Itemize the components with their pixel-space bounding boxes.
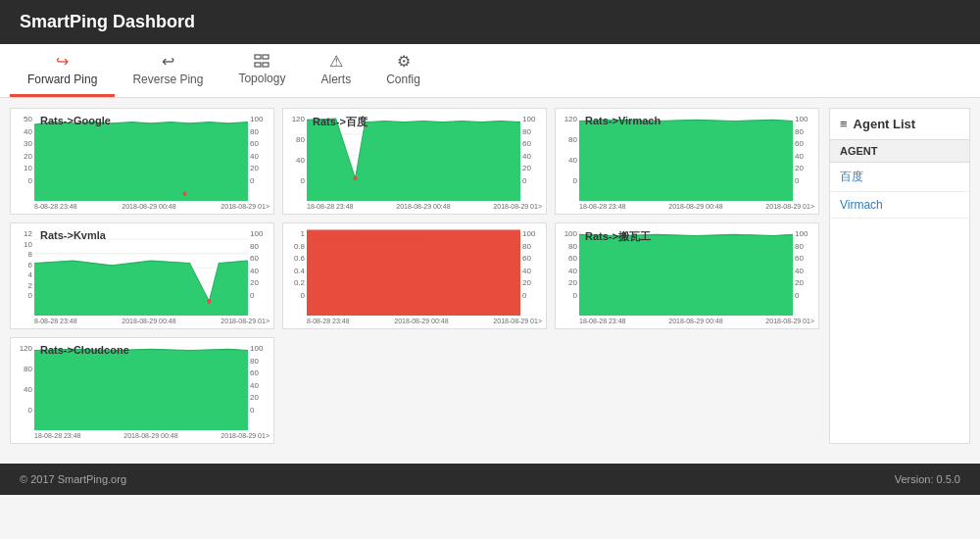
svg-marker-9 xyxy=(34,122,248,201)
svg-rect-0 xyxy=(255,55,261,59)
tab-label-config: Config xyxy=(386,73,420,86)
svg-rect-1 xyxy=(263,55,269,59)
sidebar-col-header: AGENT xyxy=(830,140,969,163)
chart-bwg-title: Rats->搬瓦工 xyxy=(585,229,651,244)
chart-google-yaxis-right: 100806040200 xyxy=(248,113,270,201)
chart-bwg-yaxis-right: 100806040200 xyxy=(793,227,814,316)
chart-spartanhost-yaxis-right: 100806040200 xyxy=(520,227,542,316)
main-content: Rats->Google 50403020100 xyxy=(0,98,980,454)
svg-marker-19 xyxy=(579,120,793,201)
chart-baidu-title: Rats->百度 xyxy=(313,115,368,129)
alerts-icon: ⚠ xyxy=(329,52,343,71)
sidebar-link-virmach[interactable]: Virmach xyxy=(840,198,883,212)
chart-kvmla: Rats->Kvmla 121086420 xyxy=(10,222,274,329)
app-header: SmartPing Dashbord xyxy=(0,0,980,44)
svg-marker-14 xyxy=(307,119,520,201)
sidebar-header: ≡ Agent List xyxy=(830,109,969,140)
forward-ping-icon: ↪ xyxy=(56,52,69,71)
chart-cloudcone-yaxis-right: 100806040200 xyxy=(248,342,270,430)
chart-cloudcone: Rats->Cloudcone 12080400 100806040200 xyxy=(10,337,274,444)
chart-virmach: Rats->Virmach 12080400 100806040200 xyxy=(555,108,819,215)
chart-bwg-yaxis-left: 100806040200 xyxy=(560,227,579,316)
nav-tabs: ↪ Forward Ping ↩ Reverse Ping Topology ⚠… xyxy=(0,44,980,98)
sidebar-item-baidu[interactable]: 百度 xyxy=(830,163,969,192)
sidebar-link-baidu[interactable]: 百度 xyxy=(840,170,863,183)
tab-config[interactable]: ⚙ Config xyxy=(368,44,438,97)
chart-cloudcone-yaxis-left: 12080400 xyxy=(15,342,34,430)
footer: © 2017 SmartPing.org Version: 0.5.0 xyxy=(0,464,980,495)
chart-spartanhost-title: Rats->Spartanhost xyxy=(313,229,426,244)
chart-baidu-xaxis: 18-08-28 23:482018-08-29 00:482018-08-29… xyxy=(287,201,542,210)
charts-grid: Rats->Google 50403020100 xyxy=(10,108,819,444)
svg-point-26 xyxy=(207,299,211,304)
reverse-ping-icon: ↩ xyxy=(162,52,174,71)
chart-virmach-xaxis: 18-08-28 23:482018-08-29 00:482018-08-29… xyxy=(560,201,814,210)
chart-google: Rats->Google 50403020100 xyxy=(10,108,274,215)
list-icon: ≡ xyxy=(840,117,848,131)
tab-forward-ping[interactable]: ↪ Forward Ping xyxy=(10,44,115,97)
chart-kvmla-xaxis: 8-08-28 23:482018-08-29 00:482018-08-29 … xyxy=(15,316,270,324)
svg-rect-2 xyxy=(255,63,261,67)
chart-kvmla-yaxis-left: 121086420 xyxy=(15,227,34,316)
chart-kvmla-title: Rats->Kvmla xyxy=(40,229,106,241)
sidebar: ≡ Agent List AGENT 百度 Virmach xyxy=(829,108,970,444)
svg-point-15 xyxy=(354,175,358,180)
tab-label-forward-ping: Forward Ping xyxy=(27,73,97,86)
sidebar-item-virmach[interactable]: Virmach xyxy=(830,192,969,219)
chart-cloudcone-xaxis: 18-08-28 23:482018-08-29 00:482018-08-29… xyxy=(15,430,270,439)
config-icon: ⚙ xyxy=(397,52,411,71)
app-title: SmartPing Dashbord xyxy=(20,12,195,31)
tab-label-topology: Topology xyxy=(238,72,285,85)
svg-marker-38 xyxy=(579,234,793,316)
chart-kvmla-yaxis-right: 100806040200 xyxy=(248,227,270,316)
chart-bwg-xaxis: 18-08-28 23:482018-08-29 00:482018-08-29… xyxy=(560,316,814,324)
svg-marker-25 xyxy=(34,261,248,316)
topology-icon xyxy=(254,52,270,70)
chart-baidu-yaxis-right: 100806040200 xyxy=(520,113,542,201)
chart-baidu: Rats->百度 12080400 1008060402 xyxy=(282,108,547,215)
chart-spartanhost-yaxis-left: 10.80.60.40.20 xyxy=(287,227,307,316)
chart-google-title: Rats->Google xyxy=(40,115,111,126)
chart-google-xaxis: 8-08-28 23:482018-08-29 00:482018-08-29 … xyxy=(15,201,270,210)
chart-cloudcone-title: Rats->Cloudcone xyxy=(40,344,129,356)
sidebar-title: Agent List xyxy=(854,117,916,131)
chart-bwg: Rats->搬瓦工 100806040200 xyxy=(555,222,819,329)
chart-google-yaxis-left: 50403020100 xyxy=(15,113,34,201)
chart-spartanhost: Rats->Spartanhost 10.80.60.40.20 xyxy=(282,222,547,329)
tab-topology[interactable]: Topology xyxy=(220,44,303,97)
chart-spartanhost-xaxis: 8-08-28 23:482018-08-29 00:482018-08-29 … xyxy=(287,316,542,324)
tab-reverse-ping[interactable]: ↩ Reverse Ping xyxy=(115,44,220,97)
svg-marker-42 xyxy=(34,349,248,430)
svg-rect-3 xyxy=(263,63,269,67)
tab-label-alerts: Alerts xyxy=(320,73,351,86)
footer-copyright: © 2017 SmartPing.org xyxy=(20,473,126,485)
tab-label-reverse-ping: Reverse Ping xyxy=(132,73,203,86)
chart-virmach-yaxis-left: 12080400 xyxy=(560,113,579,201)
svg-point-10 xyxy=(183,191,187,196)
chart-virmach-yaxis-right: 100806040200 xyxy=(793,113,814,201)
chart-virmach-title: Rats->Virmach xyxy=(585,115,661,126)
tab-alerts[interactable]: ⚠ Alerts xyxy=(303,44,368,97)
chart-baidu-yaxis-left: 12080400 xyxy=(287,113,307,201)
footer-version: Version: 0.5.0 xyxy=(895,473,960,485)
